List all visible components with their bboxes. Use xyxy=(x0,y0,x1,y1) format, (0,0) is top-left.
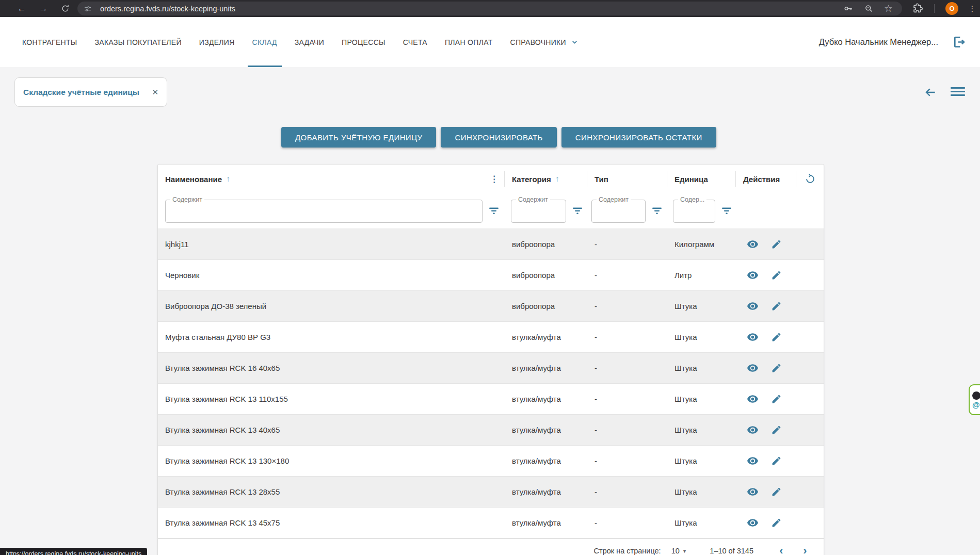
view-button[interactable] xyxy=(746,486,759,498)
email-at-icon[interactable]: @ xyxy=(972,401,980,409)
nav-protsessy[interactable]: ПРОЦЕССЫ xyxy=(333,17,394,67)
nav-kontragenty[interactable]: КОНТРАГЕНТЫ xyxy=(13,17,86,67)
edit-button[interactable] xyxy=(770,455,782,467)
cell-name: Втулка зажимная RCK 13 28x55 xyxy=(158,487,505,496)
column-header-type: Тип xyxy=(587,165,667,193)
browser-toolbar: ← → orders.regina.fvds.ru/stock-keeping-… xyxy=(0,0,980,17)
browser-forward-icon[interactable]: → xyxy=(37,3,50,15)
nav-sklad-active[interactable]: СКЛАД xyxy=(244,17,286,67)
main-navigation: КОНТРАГЕНТЫ ЗАКАЗЫ ПОКУПАТЕЛЕЙ ИЗДЕЛИЯ С… xyxy=(13,17,587,67)
column-header-actions: Действия xyxy=(736,165,796,193)
extensions-icon[interactable] xyxy=(912,3,923,13)
password-key-icon[interactable] xyxy=(843,3,854,14)
edit-button[interactable] xyxy=(770,486,782,498)
view-button[interactable] xyxy=(746,362,759,374)
edit-button[interactable] xyxy=(770,517,782,529)
cell-category: втулка/муфта xyxy=(505,364,587,372)
rows-per-page-select[interactable]: 10 ▾ xyxy=(671,547,686,555)
cell-category: втулка/муфта xyxy=(505,426,587,434)
view-button[interactable] xyxy=(746,517,759,529)
filter-icon[interactable] xyxy=(652,207,662,215)
column-header-category: Категория ↑ xyxy=(505,165,587,193)
caret-down-icon: ▾ xyxy=(683,548,686,554)
table-row[interactable]: Втулка зажимная RCK 13 40x65 втулка/муфт… xyxy=(158,415,824,446)
filter-icon[interactable] xyxy=(721,207,732,215)
edit-button[interactable] xyxy=(770,269,782,282)
refresh-icon[interactable] xyxy=(796,165,824,193)
edit-button[interactable] xyxy=(770,362,782,374)
column-menu-icon[interactable]: ⋮ xyxy=(490,174,499,185)
browser-profile-avatar[interactable]: O xyxy=(945,2,958,15)
cell-name: Втулка зажимная RCK 13 45x75 xyxy=(158,518,505,527)
view-button[interactable] xyxy=(746,393,759,405)
chat-widget[interactable]: @ xyxy=(969,384,980,415)
filter-label: Содержит xyxy=(516,196,550,203)
table-row[interactable]: kjhkj11 виброопора - Килограмм xyxy=(158,229,824,260)
filter-input-unit[interactable]: Содер... xyxy=(673,200,715,223)
synchronize-stock-button[interactable]: СИНХРОНИЗИРОВАТЬ ОСТАТКИ xyxy=(561,127,716,148)
site-settings-icon[interactable] xyxy=(84,5,92,13)
cell-type: - xyxy=(587,395,667,403)
edit-button[interactable] xyxy=(770,424,782,436)
filter-icon[interactable] xyxy=(572,207,583,215)
edit-button[interactable] xyxy=(770,393,782,405)
bookmark-star-icon[interactable]: ☆ xyxy=(884,4,893,13)
table-row[interactable]: Втулка зажимная RCK 13 28x55 втулка/муфт… xyxy=(158,477,824,508)
table-row[interactable]: Втулка зажимная RCK 13 110x155 втулка/му… xyxy=(158,384,824,415)
zoom-out-icon[interactable] xyxy=(864,4,874,13)
cell-unit: Штука xyxy=(667,456,736,465)
filter-input-type[interactable]: Содержит xyxy=(591,200,646,223)
nav-scheta[interactable]: СЧЕТА xyxy=(394,17,436,67)
nav-izdeliya[interactable]: ИЗДЕЛИЯ xyxy=(190,17,244,67)
table-row[interactable]: Черновик виброопора - Литр xyxy=(158,260,824,291)
browser-menu-icon[interactable]: ⋮ xyxy=(967,2,977,15)
table-row[interactable]: Муфта стальная ДУ80 ВР G3 втулка/муфта -… xyxy=(158,322,824,353)
filter-input-category[interactable]: Содержит xyxy=(511,200,566,223)
previous-page-icon[interactable]: ‹ xyxy=(774,544,789,555)
back-arrow-icon[interactable] xyxy=(923,85,938,100)
view-button[interactable] xyxy=(746,331,759,344)
user-name[interactable]: Дубко Начальник Менеджер... xyxy=(819,37,938,47)
close-icon[interactable]: ✕ xyxy=(152,88,158,97)
edit-button[interactable] xyxy=(770,238,782,251)
table-row[interactable]: Виброопора ДО-38 зеленый виброопора - Шт… xyxy=(158,291,824,322)
cell-unit: Килограмм xyxy=(667,240,736,249)
nav-spravochniki[interactable]: СПРАВОЧНИКИ xyxy=(502,17,587,67)
column-label: Действия xyxy=(743,175,780,184)
cell-type: - xyxy=(587,333,667,341)
table-row[interactable]: Втулка зажимная RCK 16 40x65 втулка/муфт… xyxy=(158,353,824,384)
cell-type: - xyxy=(587,240,667,249)
view-button[interactable] xyxy=(746,238,759,251)
next-page-icon[interactable]: › xyxy=(798,544,812,555)
cell-type: - xyxy=(587,518,667,527)
nav-zakazy-pokupateley[interactable]: ЗАКАЗЫ ПОКУПАТЕЛЕЙ xyxy=(86,17,190,67)
column-label[interactable]: Категория xyxy=(512,175,551,184)
cell-category: виброопора xyxy=(505,271,587,280)
link-preview-tooltip: https://orders.regina.fvds.ru/stock-keep… xyxy=(0,548,147,555)
filter-input-name[interactable]: Содержит xyxy=(165,200,483,223)
column-label[interactable]: Наименование xyxy=(165,175,222,184)
browser-back-icon[interactable]: ← xyxy=(15,3,28,15)
logout-icon[interactable] xyxy=(952,35,967,50)
nav-plan-oplat[interactable]: ПЛАН ОПЛАТ xyxy=(436,17,502,67)
table-row[interactable]: Втулка зажимная RCK 13 130×180 втулка/му… xyxy=(158,446,824,477)
filter-icon[interactable] xyxy=(489,207,499,215)
synchronize-button[interactable]: СИНХРОНИЗИРОВАТЬ xyxy=(441,127,556,148)
add-unit-button[interactable]: ДОБАВИТЬ УЧЁТНУЮ ЕДИНИЦУ xyxy=(281,127,436,148)
nav-zadachi[interactable]: ЗАДАЧИ xyxy=(286,17,333,67)
view-button[interactable] xyxy=(746,424,759,436)
view-button[interactable] xyxy=(746,300,759,313)
view-button[interactable] xyxy=(746,269,759,282)
sort-asc-icon[interactable]: ↑ xyxy=(555,174,559,184)
hamburger-menu-icon[interactable] xyxy=(951,87,965,96)
view-button[interactable] xyxy=(746,455,759,467)
edit-button[interactable] xyxy=(770,300,782,313)
sort-asc-icon[interactable]: ↑ xyxy=(226,174,230,184)
chat-channel-icon[interactable] xyxy=(972,391,980,400)
filter-label: Содержит xyxy=(170,196,204,203)
address-bar[interactable]: orders.regina.fvds.ru/stock-keeping-unit… xyxy=(77,2,902,15)
browser-reload-icon[interactable] xyxy=(59,3,71,15)
edit-button[interactable] xyxy=(770,331,782,344)
document-tab[interactable]: Складские учётные единицы ✕ xyxy=(14,77,167,107)
table-row[interactable]: Втулка зажимная RCK 13 45x75 втулка/муфт… xyxy=(158,508,824,538)
